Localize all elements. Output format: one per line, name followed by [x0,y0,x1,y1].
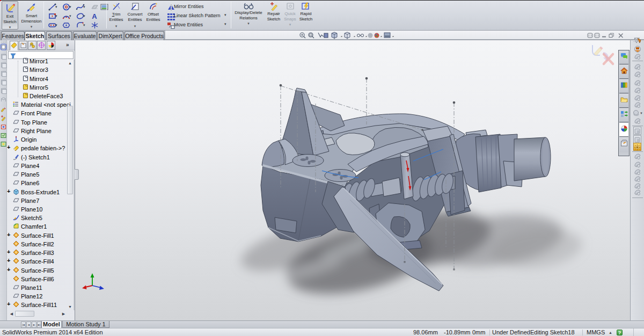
svg-text:A: A [92,12,97,20]
